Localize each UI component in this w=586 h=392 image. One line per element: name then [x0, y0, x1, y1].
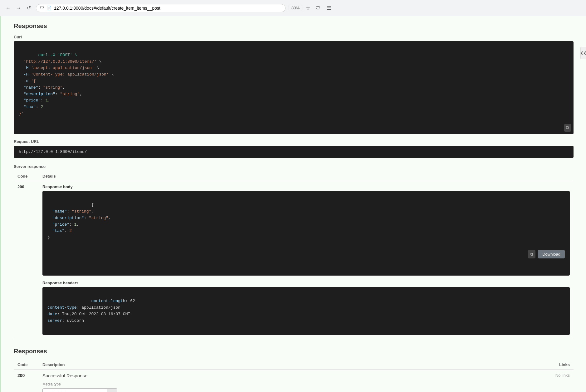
- browser-chrome: ← → ↺ 🛡 📄 80% ☆ 🛡 ☰: [0, 0, 586, 16]
- curl-label: Curl: [14, 35, 574, 39]
- resp-col-code: Code: [14, 360, 39, 370]
- sidebar-collapse-handle[interactable]: ❮❮: [580, 47, 586, 59]
- col-details: Details: [39, 171, 574, 181]
- request-url-value: http://127.0.0.1:8000/items/: [19, 149, 87, 154]
- lock-icon: 🛡: [40, 6, 44, 10]
- server-response-section: Server response Code Details 200 Respons…: [14, 164, 574, 338]
- resp-col-links: Links: [461, 360, 574, 370]
- response-headers-label: Response headers: [42, 281, 570, 285]
- top-responses-title: Responses: [14, 22, 574, 30]
- menu-button[interactable]: ☰: [325, 4, 333, 12]
- responses-section: Responses Code Description Links 200: [14, 348, 574, 392]
- media-type-select[interactable]: application/json: [43, 389, 107, 392]
- forward-button[interactable]: →: [14, 4, 23, 12]
- response-body-code-block: { "name": "string", "description": "stri…: [42, 191, 570, 276]
- resp-links-cell: No links: [461, 370, 574, 392]
- resp-col-description: Description: [39, 360, 461, 370]
- refresh-button[interactable]: ↺: [25, 4, 33, 12]
- media-type-select-wrapper: application/json ▼: [42, 388, 117, 392]
- server-response-table: Code Details 200 Response body { "name":…: [14, 171, 574, 338]
- responses-section-title: Responses: [14, 348, 574, 355]
- server-response-label: Server response: [14, 164, 574, 169]
- response-headers-code-block: content-length: 62 content-type: applica…: [42, 287, 570, 335]
- response-headers-code-text: content-length: 62 content-type: applica…: [47, 299, 135, 323]
- curl-code-block: curl -X 'POST' \ 'http://127.0.0.1:8000/…: [14, 41, 574, 134]
- request-url-label: Request URL: [14, 139, 574, 144]
- nav-buttons: ← → ↺: [4, 4, 33, 12]
- media-type-label: Media type: [42, 382, 457, 386]
- address-bar: 🛡 📄: [36, 4, 286, 12]
- url-input[interactable]: [54, 6, 281, 11]
- response-body-copy-button[interactable]: ⧉: [528, 250, 535, 258]
- response-body-code-text: { "name": "string", "description": "stri…: [47, 203, 111, 240]
- browser-right-icons: 🛡 ☰: [314, 4, 333, 12]
- download-button[interactable]: Download: [538, 250, 565, 258]
- col-code: Code: [14, 171, 39, 181]
- server-response-row: 200 Response body { "name": "string", "d…: [14, 181, 574, 338]
- responses-table: Code Description Links 200 Successful Re…: [14, 360, 574, 392]
- successful-response-text: Successful Response: [42, 373, 457, 378]
- response-code-200: 200: [14, 181, 39, 338]
- response-details-cell: Response body { "name": "string", "descr…: [39, 181, 574, 338]
- page-icon: 📄: [46, 6, 51, 10]
- request-url-block: http://127.0.0.1:8000/items/: [14, 146, 574, 158]
- responses-row-200: 200 Successful Response Media type appli…: [14, 370, 574, 392]
- response-body-label: Response body: [42, 184, 570, 189]
- inner-content: Responses Curl curl -X 'POST' \ 'http://…: [1, 16, 586, 392]
- sidebar-collapse-icon: ❮❮: [580, 51, 586, 55]
- page-wrapper: Responses Curl curl -X 'POST' \ 'http://…: [0, 16, 586, 392]
- toolbar-right: 80% ☆ 🛡 ☰: [289, 3, 333, 13]
- resp-description-cell: Successful Response Media type applicati…: [39, 370, 461, 392]
- shield-icon-btn[interactable]: 🛡: [314, 4, 322, 12]
- main-bg: Responses Curl curl -X 'POST' \ 'http://…: [0, 16, 586, 392]
- response-actions: ⧉ Download: [47, 250, 565, 258]
- curl-copy-button[interactable]: ⧉: [564, 124, 571, 132]
- select-arrow-icon: ▼: [107, 389, 117, 392]
- resp-code-200: 200: [14, 370, 39, 392]
- curl-code-text: curl -X 'POST' \ 'http://127.0.0.1:8000/…: [19, 53, 114, 116]
- bookmark-button[interactable]: ☆: [304, 3, 312, 13]
- zoom-level: 80%: [289, 5, 302, 11]
- back-button[interactable]: ←: [4, 4, 12, 12]
